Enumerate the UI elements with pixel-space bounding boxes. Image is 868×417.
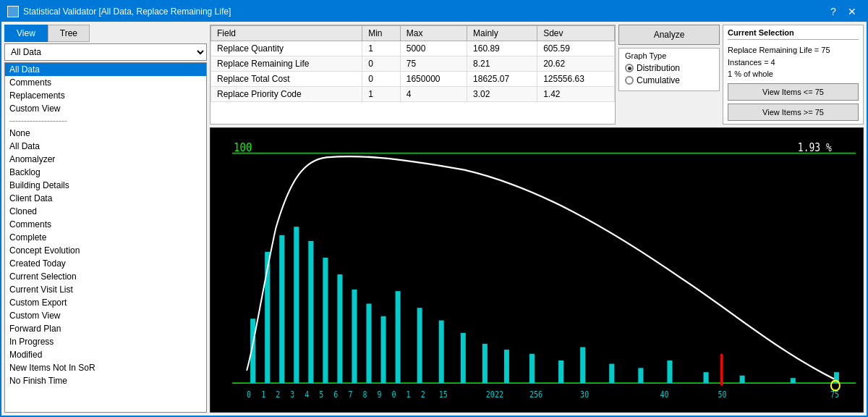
svg-rect-14 xyxy=(381,316,386,382)
cell-min: 1 xyxy=(362,41,401,56)
radio-distribution[interactable]: Distribution xyxy=(625,63,713,73)
list-item[interactable]: Custom View xyxy=(5,309,206,322)
cell-mainly: 3.02 xyxy=(467,87,537,102)
list-item[interactable]: None xyxy=(5,127,206,140)
cell-mainly: 160.89 xyxy=(467,41,537,56)
view-items-lte-button[interactable]: View Items <= 75 xyxy=(728,83,859,101)
list-item[interactable]: Modified xyxy=(5,348,206,361)
close-button[interactable]: ✕ xyxy=(843,4,861,19)
list-item[interactable]: No Finish Time xyxy=(5,374,206,387)
table-row[interactable]: Replace Priority Code143.021.42 xyxy=(211,87,615,102)
col-max: Max xyxy=(400,26,467,41)
list-item[interactable]: Forward Plan xyxy=(5,322,206,335)
title-bar: Statistical Validator [All Data, Replace… xyxy=(1,1,867,22)
svg-rect-7 xyxy=(279,235,284,382)
list-item[interactable]: All Data xyxy=(5,63,206,76)
radio-cumulative[interactable]: Cumulative xyxy=(625,75,713,85)
left-panel: View Tree All Data All DataCommentsRepla… xyxy=(4,25,207,413)
svg-rect-26 xyxy=(667,360,672,382)
svg-text:100: 100 xyxy=(234,140,252,154)
table-row[interactable]: Replace Remaining Life0758.2120.62 xyxy=(211,56,615,72)
list-item[interactable]: Comments xyxy=(5,76,206,89)
list-item[interactable]: Backlog xyxy=(5,166,206,179)
col-sdev: Sdev xyxy=(537,26,615,41)
cell-sdev: 605.59 xyxy=(537,41,615,56)
filter-dropdown[interactable]: All Data xyxy=(4,43,207,61)
cell-sdev: 20.62 xyxy=(537,56,615,72)
svg-text:9: 9 xyxy=(378,389,382,400)
svg-text:7: 7 xyxy=(348,389,352,400)
svg-text:5: 5 xyxy=(319,389,323,400)
filter-list[interactable]: All DataCommentsReplacementsCustom View-… xyxy=(4,62,207,413)
list-item[interactable]: Complete xyxy=(5,231,206,244)
table-row[interactable]: Replace Total Cost0165000018625.07125556… xyxy=(211,72,615,87)
list-item[interactable]: New Items Not In SoR xyxy=(5,361,206,374)
svg-text:0: 0 xyxy=(247,389,251,400)
radio-cumulative-circle xyxy=(625,76,634,85)
svg-rect-10 xyxy=(323,257,328,382)
svg-rect-15 xyxy=(396,291,401,383)
cs-title: Current Selection xyxy=(728,28,859,40)
radio-cumulative-label: Cumulative xyxy=(637,75,680,85)
cell-field: Replace Total Cost xyxy=(211,72,362,87)
chart-area: 100 1.93 % xyxy=(210,127,864,413)
analyze-button[interactable]: Analyze xyxy=(618,25,720,45)
list-separator: -------------------- xyxy=(5,115,206,127)
svg-text:30: 30 xyxy=(580,389,589,400)
cell-max: 5000 xyxy=(400,41,467,56)
radio-distribution-label: Distribution xyxy=(637,63,680,73)
cell-min: 0 xyxy=(362,56,401,72)
svg-text:2022: 2022 xyxy=(486,389,503,400)
list-item[interactable]: Anomalyzer xyxy=(5,153,206,166)
svg-text:15: 15 xyxy=(439,389,448,400)
cs-line2: Instances = 4 xyxy=(728,56,859,69)
app-icon xyxy=(7,6,19,17)
data-table: Field Min Max Mainly Sdev Replace Quanti… xyxy=(210,25,615,102)
cell-field: Replace Remaining Life xyxy=(211,56,362,72)
svg-text:256: 256 xyxy=(529,389,542,400)
window-title: Statistical Validator [All Data, Replace… xyxy=(23,7,825,17)
svg-text:2: 2 xyxy=(276,389,280,400)
list-item[interactable]: All Data xyxy=(5,140,206,153)
list-item[interactable]: Comments xyxy=(5,218,206,231)
svg-text:4: 4 xyxy=(305,389,309,400)
list-item[interactable]: Custom Export xyxy=(5,296,206,309)
cell-max: 4 xyxy=(400,87,467,102)
list-item[interactable]: Current Visit List xyxy=(5,283,206,296)
window-controls: ? ✕ xyxy=(825,4,861,19)
list-item[interactable]: Concept Evolution xyxy=(5,244,206,257)
svg-rect-13 xyxy=(366,303,371,383)
radio-distribution-circle xyxy=(625,64,634,72)
table-row[interactable]: Replace Quantity15000160.89605.59 xyxy=(211,41,615,56)
list-item[interactable]: Building Details xyxy=(5,179,206,192)
svg-text:50: 50 xyxy=(718,389,727,400)
list-item[interactable]: Cloned xyxy=(5,205,206,218)
svg-rect-27 xyxy=(704,372,709,383)
tab-view[interactable]: View xyxy=(4,25,48,42)
cell-max: 1650000 xyxy=(400,72,467,87)
cs-info: Replace Remaining Life = 75 Instances = … xyxy=(728,44,859,80)
view-items-gte-button[interactable]: View Items >= 75 xyxy=(728,104,859,121)
svg-text:2: 2 xyxy=(421,389,425,400)
cell-sdev: 125556.63 xyxy=(537,72,615,87)
svg-rect-21 xyxy=(529,353,535,382)
svg-rect-22 xyxy=(558,360,563,382)
svg-text:0: 0 xyxy=(392,389,396,400)
svg-rect-8 xyxy=(294,227,299,383)
list-item[interactable]: Created Today xyxy=(5,257,206,270)
current-selection-panel: Current Selection Replace Remaining Life… xyxy=(723,25,864,125)
help-button[interactable]: ? xyxy=(825,4,842,19)
list-item[interactable]: Custom View xyxy=(5,102,206,115)
svg-rect-29 xyxy=(791,378,796,383)
svg-text:40: 40 xyxy=(660,389,668,400)
chart-svg: 100 1.93 % xyxy=(210,128,863,413)
list-item[interactable]: Current Selection xyxy=(5,270,206,283)
cell-max: 75 xyxy=(400,56,467,72)
cell-field: Replace Quantity xyxy=(211,41,362,56)
cell-min: 0 xyxy=(362,72,401,87)
list-item[interactable]: In Progress xyxy=(5,335,206,348)
tab-tree[interactable]: Tree xyxy=(48,25,90,42)
list-item[interactable]: Replacements xyxy=(5,89,206,102)
list-item[interactable]: Client Data xyxy=(5,192,206,205)
col-mainly: Mainly xyxy=(467,26,537,41)
